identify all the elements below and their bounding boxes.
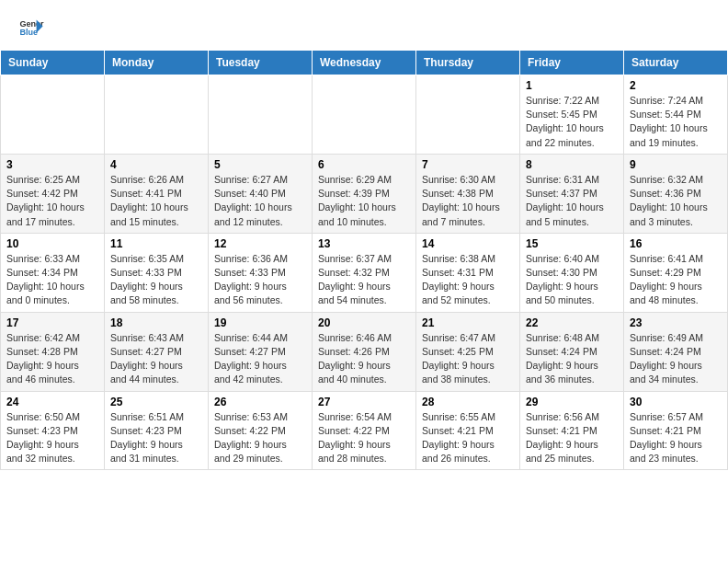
day-info: Sunrise: 6:50 AM Sunset: 4:23 PM Dayligh… bbox=[6, 410, 98, 466]
calendar-cell: 15Sunrise: 6:40 AM Sunset: 4:30 PM Dayli… bbox=[520, 233, 624, 312]
calendar-cell: 9Sunrise: 6:32 AM Sunset: 4:36 PM Daylig… bbox=[624, 154, 728, 233]
header-wednesday: Wednesday bbox=[313, 51, 416, 75]
calendar-cell bbox=[1, 75, 105, 155]
day-number: 12 bbox=[214, 237, 306, 250]
calendar-cell: 8Sunrise: 6:31 AM Sunset: 4:37 PM Daylig… bbox=[520, 154, 624, 233]
day-info: Sunrise: 7:22 AM Sunset: 5:45 PM Dayligh… bbox=[526, 94, 618, 150]
day-number: 25 bbox=[110, 396, 202, 408]
calendar-cell bbox=[209, 75, 313, 155]
logo-icon: General Blue bbox=[18, 15, 44, 40]
day-number: 26 bbox=[214, 396, 306, 408]
day-number: 2 bbox=[630, 79, 722, 92]
day-number: 14 bbox=[422, 237, 514, 250]
calendar-cell: 12Sunrise: 6:36 AM Sunset: 4:33 PM Dayli… bbox=[209, 233, 313, 312]
calendar-cell: 27Sunrise: 6:54 AM Sunset: 4:22 PM Dayli… bbox=[313, 391, 416, 470]
calendar-week-4: 24Sunrise: 6:50 AM Sunset: 4:23 PM Dayli… bbox=[1, 391, 728, 470]
day-number: 20 bbox=[318, 316, 410, 329]
calendar-cell: 16Sunrise: 6:41 AM Sunset: 4:29 PM Dayli… bbox=[624, 233, 728, 312]
calendar-header: SundayMondayTuesdayWednesdayThursdayFrid… bbox=[1, 51, 728, 75]
header-friday: Friday bbox=[520, 51, 624, 75]
calendar-cell: 18Sunrise: 6:43 AM Sunset: 4:27 PM Dayli… bbox=[105, 312, 209, 391]
day-info: Sunrise: 6:47 AM Sunset: 4:25 PM Dayligh… bbox=[422, 331, 514, 387]
day-info: Sunrise: 7:24 AM Sunset: 5:44 PM Dayligh… bbox=[630, 94, 722, 150]
day-info: Sunrise: 6:56 AM Sunset: 4:21 PM Dayligh… bbox=[526, 410, 618, 466]
day-info: Sunrise: 6:49 AM Sunset: 4:24 PM Dayligh… bbox=[630, 331, 722, 387]
day-info: Sunrise: 6:40 AM Sunset: 4:30 PM Dayligh… bbox=[526, 252, 618, 308]
calendar-cell: 22Sunrise: 6:48 AM Sunset: 4:24 PM Dayli… bbox=[520, 312, 624, 391]
day-info: Sunrise: 6:54 AM Sunset: 4:22 PM Dayligh… bbox=[318, 410, 410, 466]
calendar-cell: 21Sunrise: 6:47 AM Sunset: 4:25 PM Dayli… bbox=[416, 312, 520, 391]
day-number: 7 bbox=[422, 158, 514, 171]
day-info: Sunrise: 6:26 AM Sunset: 4:41 PM Dayligh… bbox=[110, 173, 202, 229]
day-info: Sunrise: 6:43 AM Sunset: 4:27 PM Dayligh… bbox=[110, 331, 202, 387]
day-info: Sunrise: 6:32 AM Sunset: 4:36 PM Dayligh… bbox=[630, 173, 722, 229]
day-number: 28 bbox=[422, 396, 514, 408]
calendar-cell: 2Sunrise: 7:24 AM Sunset: 5:44 PM Daylig… bbox=[624, 75, 728, 155]
calendar-cell: 11Sunrise: 6:35 AM Sunset: 4:33 PM Dayli… bbox=[105, 233, 209, 312]
header-monday: Monday bbox=[105, 51, 209, 75]
day-info: Sunrise: 6:55 AM Sunset: 4:21 PM Dayligh… bbox=[422, 410, 514, 466]
day-info: Sunrise: 6:48 AM Sunset: 4:24 PM Dayligh… bbox=[526, 331, 618, 387]
day-number: 19 bbox=[214, 316, 306, 329]
calendar-cell bbox=[313, 75, 416, 155]
day-info: Sunrise: 6:37 AM Sunset: 4:32 PM Dayligh… bbox=[318, 252, 410, 308]
calendar-cell: 28Sunrise: 6:55 AM Sunset: 4:21 PM Dayli… bbox=[416, 391, 520, 470]
day-info: Sunrise: 6:41 AM Sunset: 4:29 PM Dayligh… bbox=[630, 252, 722, 308]
calendar-cell: 30Sunrise: 6:57 AM Sunset: 4:21 PM Dayli… bbox=[624, 391, 728, 470]
day-number: 23 bbox=[630, 316, 722, 329]
day-info: Sunrise: 6:31 AM Sunset: 4:37 PM Dayligh… bbox=[526, 173, 618, 229]
day-number: 22 bbox=[526, 316, 618, 329]
day-info: Sunrise: 6:27 AM Sunset: 4:40 PM Dayligh… bbox=[214, 173, 306, 229]
calendar-cell: 7Sunrise: 6:30 AM Sunset: 4:38 PM Daylig… bbox=[416, 154, 520, 233]
calendar-cell: 20Sunrise: 6:46 AM Sunset: 4:26 PM Dayli… bbox=[313, 312, 416, 391]
day-number: 1 bbox=[526, 79, 618, 92]
day-info: Sunrise: 6:51 AM Sunset: 4:23 PM Dayligh… bbox=[110, 410, 202, 466]
day-number: 11 bbox=[110, 237, 202, 250]
day-number: 9 bbox=[630, 158, 722, 171]
calendar-cell: 1Sunrise: 7:22 AM Sunset: 5:45 PM Daylig… bbox=[520, 75, 624, 155]
day-number: 21 bbox=[422, 316, 514, 329]
day-info: Sunrise: 6:30 AM Sunset: 4:38 PM Dayligh… bbox=[422, 173, 514, 229]
calendar-cell: 25Sunrise: 6:51 AM Sunset: 4:23 PM Dayli… bbox=[105, 391, 209, 470]
calendar-cell: 26Sunrise: 6:53 AM Sunset: 4:22 PM Dayli… bbox=[209, 391, 313, 470]
day-info: Sunrise: 6:36 AM Sunset: 4:33 PM Dayligh… bbox=[214, 252, 306, 308]
day-number: 18 bbox=[110, 316, 202, 329]
day-number: 30 bbox=[630, 396, 722, 408]
header-saturday: Saturday bbox=[624, 51, 728, 75]
header-thursday: Thursday bbox=[416, 51, 520, 75]
day-info: Sunrise: 6:46 AM Sunset: 4:26 PM Dayligh… bbox=[318, 331, 410, 387]
calendar-week-3: 17Sunrise: 6:42 AM Sunset: 4:28 PM Dayli… bbox=[1, 312, 728, 391]
day-number: 13 bbox=[318, 237, 410, 250]
day-info: Sunrise: 6:38 AM Sunset: 4:31 PM Dayligh… bbox=[422, 252, 514, 308]
day-info: Sunrise: 6:35 AM Sunset: 4:33 PM Dayligh… bbox=[110, 252, 202, 308]
calendar-cell: 23Sunrise: 6:49 AM Sunset: 4:24 PM Dayli… bbox=[624, 312, 728, 391]
calendar-cell bbox=[416, 75, 520, 155]
calendar-table: SundayMondayTuesdayWednesdayThursdayFrid… bbox=[0, 50, 728, 470]
calendar-week-1: 3Sunrise: 6:25 AM Sunset: 4:42 PM Daylig… bbox=[1, 154, 728, 233]
calendar-cell: 5Sunrise: 6:27 AM Sunset: 4:40 PM Daylig… bbox=[209, 154, 313, 233]
day-info: Sunrise: 6:42 AM Sunset: 4:28 PM Dayligh… bbox=[6, 331, 98, 387]
calendar-cell: 17Sunrise: 6:42 AM Sunset: 4:28 PM Dayli… bbox=[1, 312, 105, 391]
day-number: 10 bbox=[6, 237, 98, 250]
day-info: Sunrise: 6:33 AM Sunset: 4:34 PM Dayligh… bbox=[6, 252, 98, 308]
day-info: Sunrise: 6:57 AM Sunset: 4:21 PM Dayligh… bbox=[630, 410, 722, 466]
day-info: Sunrise: 6:53 AM Sunset: 4:22 PM Dayligh… bbox=[214, 410, 306, 466]
day-number: 5 bbox=[214, 158, 306, 171]
day-number: 24 bbox=[6, 396, 98, 408]
calendar-week-2: 10Sunrise: 6:33 AM Sunset: 4:34 PM Dayli… bbox=[1, 233, 728, 312]
day-info: Sunrise: 6:25 AM Sunset: 4:42 PM Dayligh… bbox=[6, 173, 98, 229]
header-sunday: Sunday bbox=[1, 51, 105, 75]
svg-text:Blue: Blue bbox=[19, 28, 38, 37]
calendar-cell: 4Sunrise: 6:26 AM Sunset: 4:41 PM Daylig… bbox=[105, 154, 209, 233]
calendar-cell: 14Sunrise: 6:38 AM Sunset: 4:31 PM Dayli… bbox=[416, 233, 520, 312]
page-header: General Blue bbox=[0, 0, 728, 50]
calendar-body: 1Sunrise: 7:22 AM Sunset: 5:45 PM Daylig… bbox=[1, 75, 728, 470]
calendar-cell bbox=[105, 75, 209, 155]
calendar-week-0: 1Sunrise: 7:22 AM Sunset: 5:45 PM Daylig… bbox=[1, 75, 728, 155]
day-number: 6 bbox=[318, 158, 410, 171]
calendar-cell: 24Sunrise: 6:50 AM Sunset: 4:23 PM Dayli… bbox=[1, 391, 105, 470]
day-info: Sunrise: 6:29 AM Sunset: 4:39 PM Dayligh… bbox=[318, 173, 410, 229]
day-number: 17 bbox=[6, 316, 98, 329]
day-number: 3 bbox=[6, 158, 98, 171]
calendar-cell: 29Sunrise: 6:56 AM Sunset: 4:21 PM Dayli… bbox=[520, 391, 624, 470]
